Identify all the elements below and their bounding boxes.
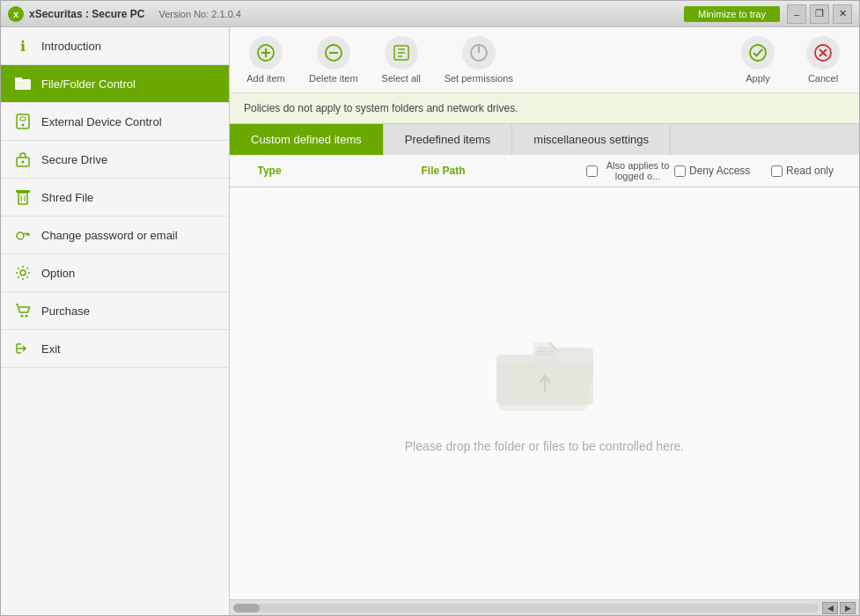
sidebar-item-external-device-control[interactable]: External Device Control [1, 103, 229, 141]
sidebar-item-option[interactable]: Option [1, 254, 229, 292]
svg-point-15 [20, 270, 26, 275]
title-bar: x xSecuritas : Secure PC Version No: 2.1… [1, 1, 859, 27]
app-logo: x [8, 6, 24, 22]
tab-misc-settings[interactable]: miscellaneous settings [512, 124, 671, 155]
cart-icon [13, 301, 33, 320]
svg-point-11 [17, 232, 24, 239]
shred-icon [13, 187, 33, 207]
sidebar-item-purchase[interactable]: Purchase [1, 292, 229, 330]
svg-rect-2 [17, 114, 29, 128]
main-content: ℹ Introduction File/Folder Control [1, 27, 859, 615]
sidebar: ℹ Introduction File/Folder Control [1, 27, 230, 615]
delete-item-button[interactable]: Delete item [309, 36, 358, 84]
svg-point-17 [26, 315, 28, 318]
app-name: xSecuritas : Secure PC [29, 8, 144, 20]
svg-point-16 [21, 315, 24, 318]
scrollbar-buttons: ◀ ▶ [822, 602, 856, 614]
cancel-icon [806, 36, 840, 70]
select-all-label: Select all [381, 73, 421, 84]
scrollbar-area: ◀ ▶ [230, 599, 859, 615]
sidebar-label-option: Option [41, 267, 75, 280]
drop-area[interactable]: Please drop the folder or files to be co… [230, 187, 859, 599]
toolbar: Add item Delete item [230, 27, 859, 93]
gear-icon [13, 263, 33, 282]
col-header-read-only: Read only [771, 165, 850, 177]
sidebar-label-change-password-email: Change password or email [41, 229, 178, 242]
exit-icon [13, 339, 33, 358]
minimize-button[interactable]: – [787, 4, 806, 24]
svg-rect-8 [18, 193, 27, 204]
app-version: Version No: 2.1.0.4 [158, 9, 241, 19]
col-header-read-only-text: Read only [786, 165, 834, 177]
key-icon [13, 225, 33, 245]
add-item-label: Add item [246, 73, 284, 84]
tab-custom-defined[interactable]: Custom defined items [230, 124, 384, 155]
sidebar-item-exit[interactable]: Exit [1, 330, 229, 368]
app-window: x xSecuritas : Secure PC Version No: 2.1… [0, 0, 860, 616]
read-only-checkbox[interactable] [771, 165, 783, 177]
col-header-filepath: File Path [300, 165, 586, 177]
drop-message: Please drop the folder or files to be co… [405, 439, 685, 453]
scroll-right-button[interactable]: ▶ [840, 602, 856, 614]
sidebar-label-file-folder-control: File/Folder Control [41, 77, 136, 91]
sidebar-label-shred-file: Shred File [41, 191, 93, 204]
table-header: Type File Path Also applies to logged o.… [230, 155, 859, 187]
tab-predefined[interactable]: Predefined items [384, 124, 513, 155]
folder-icon [13, 74, 33, 93]
svg-rect-1 [15, 77, 22, 81]
cancel-label: Cancel [808, 73, 838, 84]
apply-icon [741, 36, 775, 70]
col-header-also-applies-text: Also applies to logged o... [601, 160, 674, 181]
scrollbar-track[interactable] [233, 604, 819, 612]
minimize-to-tray-button[interactable]: Minimize to tray [684, 6, 780, 22]
tab-bar: Custom defined items Predefined items mi… [230, 124, 859, 155]
secure-drive-icon [13, 150, 33, 169]
svg-point-30 [750, 45, 766, 61]
select-all-icon [385, 36, 418, 70]
svg-point-4 [22, 124, 25, 127]
delete-icon [317, 36, 350, 70]
svg-rect-3 [20, 117, 26, 121]
deny-access-checkbox[interactable] [674, 165, 686, 177]
also-applies-checkbox[interactable] [586, 165, 598, 177]
sidebar-item-file-folder-control[interactable]: File/Folder Control [1, 65, 229, 103]
external-device-icon [13, 112, 33, 131]
sidebar-label-secure-drive: Secure Drive [41, 153, 107, 166]
apply-button[interactable]: Apply [736, 36, 780, 84]
scroll-left-button[interactable]: ◀ [822, 602, 838, 614]
cancel-button[interactable]: Cancel [801, 36, 845, 84]
add-item-button[interactable]: Add item [244, 36, 288, 84]
select-all-button[interactable]: Select all [379, 36, 423, 84]
sidebar-item-shred-file[interactable]: Shred File [1, 179, 229, 216]
folder-drop-icon [488, 334, 602, 422]
delete-item-label: Delete item [309, 73, 358, 84]
sidebar-item-introduction[interactable]: ℹ Introduction [1, 27, 229, 65]
col-header-also-applies: Also applies to logged o... [586, 160, 674, 181]
policy-notice: Policies do not apply to system folders … [230, 93, 859, 124]
sidebar-item-secure-drive[interactable]: Secure Drive [1, 141, 229, 179]
scrollbar-thumb[interactable] [233, 604, 260, 612]
close-button[interactable]: ✕ [833, 4, 852, 24]
set-permissions-icon [462, 36, 496, 70]
sidebar-label-purchase: Purchase [41, 304, 90, 318]
col-header-deny-access: Deny Access [674, 165, 771, 177]
sidebar-item-change-password-email[interactable]: Change password or email [1, 216, 229, 254]
col-header-type: Type [239, 165, 300, 177]
restore-button[interactable]: ❐ [810, 4, 829, 24]
policy-notice-text: Policies do not apply to system folders … [244, 102, 518, 114]
sidebar-label-introduction: Introduction [41, 40, 101, 53]
sidebar-label-external-device-control: External Device Control [41, 115, 162, 128]
set-permissions-label: Set permissions [445, 73, 513, 84]
svg-point-6 [22, 161, 25, 164]
add-icon [249, 36, 283, 70]
svg-point-29 [477, 47, 480, 49]
right-panel: Add item Delete item [230, 27, 859, 615]
info-icon: ℹ [13, 36, 33, 55]
window-controls: – ❐ ✕ [787, 4, 852, 24]
col-header-deny-access-text: Deny Access [689, 165, 750, 177]
apply-label: Apply [746, 73, 770, 84]
sidebar-label-exit: Exit [41, 342, 61, 356]
set-permissions-button[interactable]: Set permissions [445, 36, 513, 84]
